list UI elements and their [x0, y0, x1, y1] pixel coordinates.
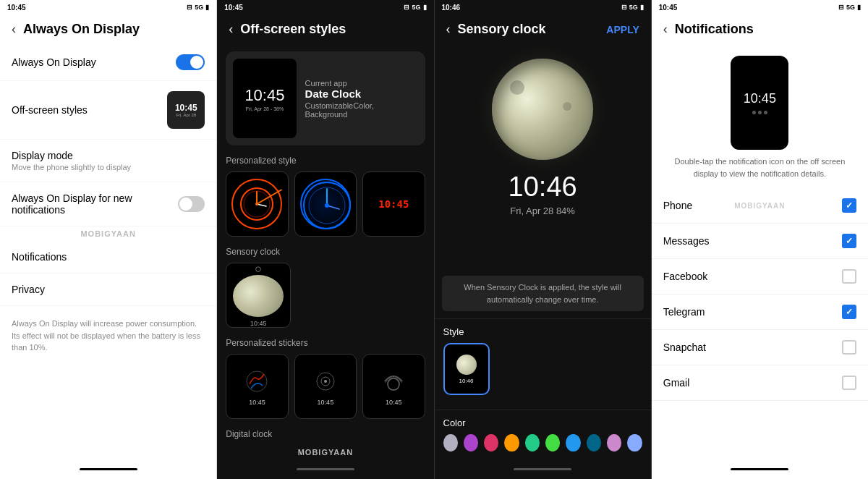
home-indicator-4	[731, 468, 788, 470]
checkbox-snapchat[interactable]	[842, 340, 856, 355]
back-button-1[interactable]: ‹	[12, 22, 16, 37]
style-options-row: 10:46	[443, 343, 642, 402]
color-row	[443, 434, 642, 452]
home-indicator-2	[297, 468, 354, 470]
notif-item-phone[interactable]: Phone MOBIGYAAN	[652, 188, 868, 224]
checkbox-messages[interactable]	[842, 234, 856, 248]
setting-aod-notifications[interactable]: Always On Display for new notifications	[0, 182, 216, 226]
sticker-thumb-2[interactable]: 10:45	[294, 354, 357, 419]
checkbox-phone[interactable]	[842, 198, 856, 213]
setting-sub-display-mode: Move the phone slightly to display	[12, 163, 131, 171]
current-clock-preview: 10:45 Fri, Apr 28 - 38%	[233, 59, 296, 138]
style-thumb-sensory[interactable]: 10:45	[226, 263, 291, 328]
setting-label-left-4: Always On Display for new notifications	[12, 192, 178, 216]
signal-icon-2: 5G	[412, 4, 420, 11]
style-thumb-analog-2[interactable]	[294, 171, 357, 237]
notif-label-snapchat: Snapchat	[663, 342, 706, 353]
checkbox-gmail[interactable]	[842, 376, 856, 390]
status-icons-1: ⊟ 5G ▮	[187, 4, 209, 11]
notif-item-messages[interactable]: Messages	[652, 224, 868, 259]
current-clock-time: 10:45	[244, 86, 284, 105]
wifi-icon-3: ⊟	[621, 4, 627, 11]
style-section: Style 10:46	[435, 318, 651, 410]
notif-item-gmail[interactable]: Gmail	[652, 365, 868, 401]
setting-label-offscreen: Off-screen styles	[12, 104, 88, 116]
sensory-main-content: 10:46 Fri, Apr 28 84%	[435, 44, 651, 268]
style-thumb-digital-red[interactable]: 10:45	[362, 171, 425, 237]
header-2: ‹ Off-screen styles	[217, 14, 433, 44]
digital-red-time: 10:45	[378, 198, 409, 210]
color-dot-5[interactable]	[545, 434, 560, 452]
sticker-thumb-1[interactable]: 10:45	[226, 354, 288, 419]
setting-always-on-display[interactable]: Always On Display	[0, 44, 216, 81]
toggle-aod-notif[interactable]	[178, 196, 205, 212]
battery-icon: ▮	[205, 4, 209, 11]
nav-bar-4	[652, 459, 868, 479]
setting-label-aod: Always On Display	[12, 56, 96, 68]
color-dot-3[interactable]	[504, 434, 519, 452]
watermark-2: MOBIGYAAN	[226, 445, 425, 459]
color-dot-9[interactable]	[627, 434, 642, 452]
nav-bar-3	[435, 459, 651, 479]
footer-note: Always On Display will increase power co…	[0, 306, 216, 365]
sticker-art-1	[242, 367, 271, 396]
sticker-art-3	[379, 367, 408, 396]
setting-privacy-link[interactable]: Privacy	[0, 274, 216, 306]
signal-icon: 5G	[195, 4, 203, 11]
checkbox-telegram[interactable]	[842, 305, 856, 319]
sticker-time-3: 10:45	[386, 399, 402, 406]
notif-item-facebook[interactable]: Facebook	[652, 259, 868, 294]
setting-display-mode[interactable]: Display mode Move the phone slightly to …	[0, 140, 216, 182]
setting-label-left-3: Display mode Move the phone slightly to …	[12, 150, 131, 171]
svg-point-15	[388, 378, 399, 390]
back-button-3[interactable]: ‹	[446, 22, 451, 37]
color-dot-0[interactable]	[443, 434, 458, 452]
color-dot-8[interactable]	[607, 434, 621, 452]
wifi-icon-4: ⊟	[838, 4, 844, 11]
current-app-card[interactable]: 10:45 Fri, Apr 28 - 38% Current app Date…	[226, 51, 425, 145]
notif-item-snapchat[interactable]: Snapchat	[652, 330, 868, 365]
nav-bar-2	[217, 459, 433, 479]
personalized-style-grid: 10:45	[226, 171, 425, 237]
page-title-2: Off-screen styles	[240, 22, 346, 37]
color-label: Color	[443, 417, 642, 428]
color-dot-2[interactable]	[484, 434, 498, 452]
checkbox-facebook[interactable]	[842, 269, 856, 284]
style-label: Style	[443, 326, 642, 337]
color-dot-1[interactable]	[464, 434, 478, 452]
big-moon-display	[492, 59, 593, 160]
current-app-desc: CustomizableColor, Background	[305, 101, 418, 119]
header-3: ‹ Sensory clock APPLY	[435, 14, 651, 44]
notif-item-telegram[interactable]: Telegram	[652, 294, 868, 330]
setting-notifications-link[interactable]: Notifications	[0, 241, 216, 274]
toggle-aod[interactable]	[176, 54, 205, 70]
phone-mockup: 10:45	[731, 56, 788, 150]
style-thumb-analog-1[interactable]	[226, 171, 288, 237]
phone-time: 10:45	[744, 91, 776, 106]
back-button-2[interactable]: ‹	[229, 22, 233, 37]
svg-point-14	[324, 380, 327, 383]
setting-label-notif-link: Notifications	[12, 251, 67, 263]
color-dot-7[interactable]	[587, 434, 601, 452]
color-dot-6[interactable]	[566, 434, 580, 452]
color-dot-4[interactable]	[525, 434, 540, 452]
notif-dot-3	[764, 111, 767, 114]
style-option-selected[interactable]: 10:46	[443, 343, 490, 395]
apply-button[interactable]: APPLY	[606, 24, 639, 35]
status-time-1: 10:45	[7, 4, 26, 12]
setting-label-left: Always On Display	[12, 56, 96, 68]
phone-preview: 10:45	[652, 44, 868, 156]
wifi-icon-2: ⊟	[404, 4, 409, 11]
svg-line-3	[257, 204, 266, 206]
setting-offscreen-styles[interactable]: Off-screen styles 10:45 Fri, Apr 28	[0, 81, 216, 140]
status-bar-2: 10:45 ⊟ 5G ▮	[217, 0, 433, 14]
panel-notifications: 10:45 ⊟ 5G ▮ ‹ Notifications 10:45 Doubl…	[652, 0, 868, 479]
sticker-thumb-3[interactable]: 10:45	[362, 354, 425, 419]
back-button-4[interactable]: ‹	[663, 22, 668, 37]
nav-bar-1	[0, 459, 216, 479]
battery-icon-2: ▮	[423, 4, 427, 11]
notif-label-messages: Messages	[663, 235, 710, 247]
current-app-label: Current app	[305, 79, 418, 88]
watermark-1: MOBIGYAAN	[0, 226, 216, 241]
page-title-1: Always On Display	[23, 22, 140, 37]
